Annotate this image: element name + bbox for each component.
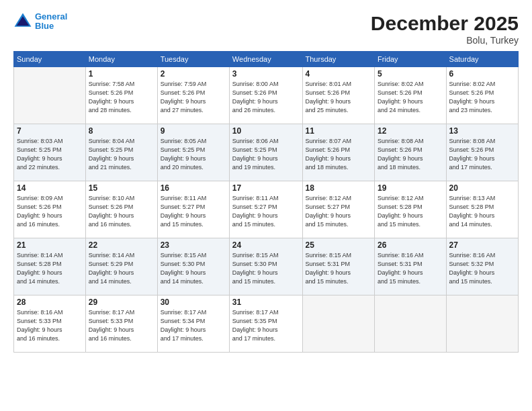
day-number: 3 [232,69,300,79]
day-info: Sunrise: 8:16 AMSunset: 5:32 PMDaylight:… [449,251,515,286]
day-number: 19 [378,183,443,193]
day-number: 24 [232,240,300,250]
month-title: December 2025 [371,12,519,35]
day-number: 14 [17,183,83,193]
day-number: 20 [449,183,515,193]
day-info: Sunrise: 8:09 AMSunset: 5:26 PMDaylight:… [17,194,83,229]
day-info: Sunrise: 7:58 AMSunset: 5:26 PMDaylight:… [89,80,154,115]
day-number: 11 [306,126,372,136]
day-info: Sunrise: 8:10 AMSunset: 5:26 PMDaylight:… [89,194,154,229]
calendar-cell: 12Sunrise: 8:08 AMSunset: 5:26 PMDayligh… [375,124,447,181]
calendar-cell: 4Sunrise: 8:01 AMSunset: 5:26 PMDaylight… [302,67,375,124]
weekday-header: Sunday [14,52,86,67]
calendar-cell: 1Sunrise: 7:58 AMSunset: 5:26 PMDaylight… [85,67,157,124]
calendar-cell: 19Sunrise: 8:12 AMSunset: 5:28 PMDayligh… [375,181,447,238]
day-number: 15 [89,183,154,193]
calendar-cell [375,295,447,353]
calendar-cell [14,67,86,124]
day-number: 1 [89,69,154,79]
weekday-header: Friday [375,52,447,67]
day-info: Sunrise: 8:04 AMSunset: 5:25 PMDaylight:… [89,137,154,172]
calendar-table: SundayMondayTuesdayWednesdayThursdayFrid… [13,51,519,353]
day-info: Sunrise: 7:59 AMSunset: 5:26 PMDaylight:… [161,80,226,115]
day-number: 21 [17,240,83,250]
weekday-header: Wednesday [229,52,302,67]
day-info: Sunrise: 8:15 AMSunset: 5:30 PMDaylight:… [161,251,226,286]
weekday-header: Tuesday [157,52,229,67]
day-number: 23 [161,240,226,250]
day-number: 6 [449,69,515,79]
calendar-cell: 21Sunrise: 8:14 AMSunset: 5:28 PMDayligh… [14,238,86,295]
day-number: 10 [232,126,300,136]
day-info: Sunrise: 8:15 AMSunset: 5:31 PMDaylight:… [306,251,372,286]
logo: General Blue [13,12,67,32]
location: Bolu, Turkey [371,35,519,46]
calendar-cell: 9Sunrise: 8:05 AMSunset: 5:25 PMDaylight… [157,124,229,181]
weekday-header: Saturday [446,52,518,67]
title-block: December 2025 Bolu, Turkey [371,12,519,46]
day-info: Sunrise: 8:11 AMSunset: 5:27 PMDaylight:… [161,194,226,229]
day-number: 5 [378,69,443,79]
day-number: 27 [449,240,515,250]
calendar-cell: 28Sunrise: 8:16 AMSunset: 5:33 PMDayligh… [14,295,86,353]
calendar-cell: 30Sunrise: 8:17 AMSunset: 5:34 PMDayligh… [157,295,229,353]
logo-line2: Blue [35,21,67,31]
day-number: 22 [89,240,154,250]
calendar-cell: 11Sunrise: 8:07 AMSunset: 5:26 PMDayligh… [302,124,375,181]
day-info: Sunrise: 8:06 AMSunset: 5:25 PMDaylight:… [232,137,300,172]
calendar-cell: 8Sunrise: 8:04 AMSunset: 5:25 PMDaylight… [85,124,157,181]
day-info: Sunrise: 8:17 AMSunset: 5:33 PMDaylight:… [89,308,154,343]
day-info: Sunrise: 8:17 AMSunset: 5:35 PMDaylight:… [232,308,300,343]
calendar-cell: 10Sunrise: 8:06 AMSunset: 5:25 PMDayligh… [229,124,302,181]
day-info: Sunrise: 8:14 AMSunset: 5:29 PMDaylight:… [89,251,154,286]
day-number: 29 [89,298,154,307]
day-info: Sunrise: 8:08 AMSunset: 5:26 PMDaylight:… [449,137,515,172]
calendar-cell: 31Sunrise: 8:17 AMSunset: 5:35 PMDayligh… [229,295,302,353]
logo-line1: General [35,12,67,21]
calendar-cell [446,295,518,353]
day-number: 25 [306,240,372,250]
day-info: Sunrise: 8:02 AMSunset: 5:26 PMDaylight:… [378,80,443,115]
day-info: Sunrise: 8:07 AMSunset: 5:26 PMDaylight:… [306,137,372,172]
day-number: 18 [306,183,372,193]
day-number: 30 [161,298,226,307]
day-number: 8 [89,126,154,136]
day-info: Sunrise: 8:14 AMSunset: 5:28 PMDaylight:… [17,251,83,286]
day-info: Sunrise: 8:03 AMSunset: 5:25 PMDaylight:… [17,137,83,172]
calendar-cell: 24Sunrise: 8:15 AMSunset: 5:30 PMDayligh… [229,238,302,295]
calendar-cell: 25Sunrise: 8:15 AMSunset: 5:31 PMDayligh… [302,238,375,295]
day-number: 7 [17,126,83,136]
logo-icon [13,12,32,31]
calendar-cell: 15Sunrise: 8:10 AMSunset: 5:26 PMDayligh… [85,181,157,238]
day-number: 2 [161,69,226,79]
day-number: 31 [232,298,300,307]
calendar-cell: 23Sunrise: 8:15 AMSunset: 5:30 PMDayligh… [157,238,229,295]
day-info: Sunrise: 8:13 AMSunset: 5:28 PMDaylight:… [449,194,515,229]
day-number: 13 [449,126,515,136]
calendar-cell: 18Sunrise: 8:12 AMSunset: 5:27 PMDayligh… [302,181,375,238]
day-info: Sunrise: 8:12 AMSunset: 5:28 PMDaylight:… [378,194,443,229]
day-number: 9 [161,126,226,136]
calendar-cell: 6Sunrise: 8:02 AMSunset: 5:26 PMDaylight… [446,67,518,124]
calendar-cell: 27Sunrise: 8:16 AMSunset: 5:32 PMDayligh… [446,238,518,295]
day-number: 16 [161,183,226,193]
day-info: Sunrise: 8:05 AMSunset: 5:25 PMDaylight:… [161,137,226,172]
day-number: 26 [378,240,443,250]
calendar-cell: 16Sunrise: 8:11 AMSunset: 5:27 PMDayligh… [157,181,229,238]
calendar-cell: 29Sunrise: 8:17 AMSunset: 5:33 PMDayligh… [85,295,157,353]
day-number: 12 [378,126,443,136]
calendar-cell: 5Sunrise: 8:02 AMSunset: 5:26 PMDaylight… [375,67,447,124]
calendar-cell: 7Sunrise: 8:03 AMSunset: 5:25 PMDaylight… [14,124,86,181]
day-info: Sunrise: 8:16 AMSunset: 5:33 PMDaylight:… [17,308,83,343]
day-info: Sunrise: 8:12 AMSunset: 5:27 PMDaylight:… [306,194,372,229]
day-number: 4 [306,69,372,79]
calendar-cell: 13Sunrise: 8:08 AMSunset: 5:26 PMDayligh… [446,124,518,181]
calendar-cell: 2Sunrise: 7:59 AMSunset: 5:26 PMDaylight… [157,67,229,124]
day-info: Sunrise: 8:15 AMSunset: 5:30 PMDaylight:… [232,251,300,286]
calendar-cell: 14Sunrise: 8:09 AMSunset: 5:26 PMDayligh… [14,181,86,238]
day-info: Sunrise: 8:08 AMSunset: 5:26 PMDaylight:… [378,137,443,172]
day-info: Sunrise: 8:16 AMSunset: 5:31 PMDaylight:… [378,251,443,286]
weekday-header: Monday [85,52,157,67]
calendar-cell: 26Sunrise: 8:16 AMSunset: 5:31 PMDayligh… [375,238,447,295]
calendar-cell: 17Sunrise: 8:11 AMSunset: 5:27 PMDayligh… [229,181,302,238]
